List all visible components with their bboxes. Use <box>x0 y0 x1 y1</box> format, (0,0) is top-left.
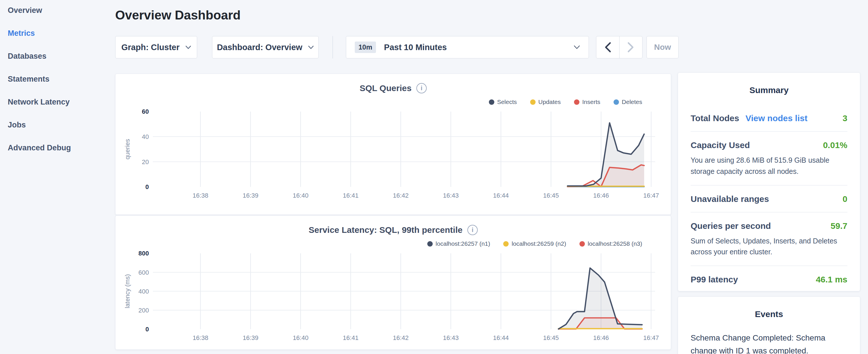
sidebar-item-advanced-debug[interactable]: Advanced Debug <box>8 144 115 152</box>
svg-text:200: 200 <box>138 307 149 314</box>
summary-value: 0 <box>842 194 847 204</box>
svg-text:800: 800 <box>138 250 149 257</box>
svg-text:0: 0 <box>145 183 149 190</box>
summary-row-capacity-used: Capacity Used 0.01% You are using 28.6 M… <box>691 132 847 186</box>
svg-text:0: 0 <box>145 326 149 333</box>
summary-label: Unavailable ranges <box>691 194 769 204</box>
chevron-right-icon <box>627 42 634 53</box>
summary-description: You are using 28.6 MiB of 515.9 GiB usab… <box>691 155 847 177</box>
events-title: Events <box>691 297 847 319</box>
dashboard-dropdown[interactable]: Dashboard: Overview <box>212 36 319 58</box>
now-button[interactable]: Now <box>647 36 679 58</box>
summary-label: P99 latency <box>691 275 738 284</box>
summary-rows: Total Nodes View nodes list 3 Capacity U… <box>691 105 847 292</box>
svg-text:queries: queries <box>124 139 131 160</box>
svg-text:16:43: 16:43 <box>443 334 459 342</box>
summary-row-queries-per-second: Queries per second 59.7 Sum of Selects, … <box>691 213 847 266</box>
sidebar-item-statements[interactable]: Statements <box>8 75 115 83</box>
chevron-left-icon <box>604 42 611 53</box>
summary-label: Capacity Used <box>691 140 750 150</box>
svg-text:16:44: 16:44 <box>493 192 509 199</box>
time-range-badge: 10m <box>355 41 376 53</box>
summary-label: Total Nodes <box>691 114 739 123</box>
svg-text:400: 400 <box>138 288 149 295</box>
sidebar: Overview Metrics Databases Statements Ne… <box>0 0 115 354</box>
svg-text:16:41: 16:41 <box>343 334 359 342</box>
svg-text:16:44: 16:44 <box>493 334 509 342</box>
chevron-down-icon <box>308 45 314 49</box>
sql-queries-chart[interactable]: 16:3816:3916:4016:4116:4216:4316:4416:45… <box>116 74 671 215</box>
summary-value: 3 <box>842 114 847 123</box>
svg-text:16:43: 16:43 <box>443 192 459 199</box>
svg-text:16:38: 16:38 <box>192 334 208 342</box>
service-latency-chart[interactable]: 16:3816:3916:4016:4116:4216:4316:4416:45… <box>116 216 671 349</box>
time-step-buttons <box>596 36 643 58</box>
svg-text:16:38: 16:38 <box>192 192 208 199</box>
service-latency-chart-card: Service Latency: SQL, 99th percentile i … <box>115 215 671 350</box>
svg-text:16:45: 16:45 <box>543 334 559 342</box>
events-panel: Events Schema Change Completed: Schema c… <box>678 296 860 354</box>
svg-text:16:46: 16:46 <box>593 192 609 199</box>
time-back-button[interactable] <box>596 36 619 58</box>
toolbar-divider <box>333 36 333 58</box>
svg-text:600: 600 <box>138 269 149 276</box>
svg-text:16:39: 16:39 <box>243 192 258 199</box>
summary-title: Summary <box>691 73 847 95</box>
page-title: Overview Dashboard <box>115 8 241 22</box>
svg-text:16:47: 16:47 <box>643 192 659 199</box>
event-item[interactable]: Schema Change Completed: Schema change w… <box>691 332 847 354</box>
sidebar-item-jobs[interactable]: Jobs <box>8 121 115 129</box>
graph-dropdown[interactable]: Graph: Cluster <box>115 36 197 58</box>
graph-dropdown-label: Graph: Cluster <box>121 43 179 52</box>
svg-text:16:41: 16:41 <box>343 192 359 199</box>
summary-panel: Summary Total Nodes View nodes list 3 Ca… <box>678 72 860 291</box>
summary-description: Sum of Selects, Updates, Inserts, and De… <box>691 235 847 258</box>
view-nodes-list-link[interactable]: View nodes list <box>745 114 807 123</box>
svg-text:16:40: 16:40 <box>293 334 309 342</box>
summary-value: 0.01% <box>823 140 847 150</box>
svg-text:16:39: 16:39 <box>243 334 258 342</box>
summary-label: Queries per second <box>691 221 771 231</box>
summary-row-p99-latency: P99 latency 46.1 ms <box>691 266 847 292</box>
summary-value: 59.7 <box>831 221 847 231</box>
svg-text:16:46: 16:46 <box>593 334 609 342</box>
sql-queries-chart-card: SQL Queries i Selects Updates Inserts De… <box>115 74 671 215</box>
svg-text:60: 60 <box>142 108 149 115</box>
svg-text:16:40: 16:40 <box>293 192 309 199</box>
sidebar-item-databases[interactable]: Databases <box>8 52 115 60</box>
time-range-selector[interactable]: 10m Past 10 Minutes <box>346 36 589 58</box>
time-range-label: Past 10 Minutes <box>384 43 447 52</box>
svg-text:20: 20 <box>142 158 149 165</box>
summary-value: 46.1 ms <box>816 275 847 284</box>
dashboard-dropdown-label: Dashboard: Overview <box>217 43 302 52</box>
svg-text:latency (ms): latency (ms) <box>124 274 131 308</box>
svg-text:16:47: 16:47 <box>643 334 659 342</box>
svg-text:16:42: 16:42 <box>393 334 409 342</box>
chevron-down-icon <box>574 45 580 49</box>
event-message: Schema Change Completed: Schema change w… <box>691 332 847 354</box>
time-forward-button[interactable] <box>619 36 643 58</box>
chevron-down-icon <box>185 45 191 49</box>
summary-row-unavailable-ranges: Unavailable ranges 0 <box>691 186 847 213</box>
app-root: Overview Metrics Databases Statements Ne… <box>0 0 868 354</box>
sidebar-item-overview[interactable]: Overview <box>8 6 115 14</box>
svg-text:16:42: 16:42 <box>393 192 409 199</box>
summary-row-total-nodes: Total Nodes View nodes list 3 <box>691 105 847 132</box>
svg-text:16:45: 16:45 <box>543 192 559 199</box>
toolbar: Graph: Cluster Dashboard: Overview 10m P… <box>115 36 679 58</box>
sidebar-item-metrics[interactable]: Metrics <box>8 29 115 37</box>
sidebar-item-network-latency[interactable]: Network Latency <box>8 98 115 106</box>
svg-text:40: 40 <box>142 133 149 140</box>
